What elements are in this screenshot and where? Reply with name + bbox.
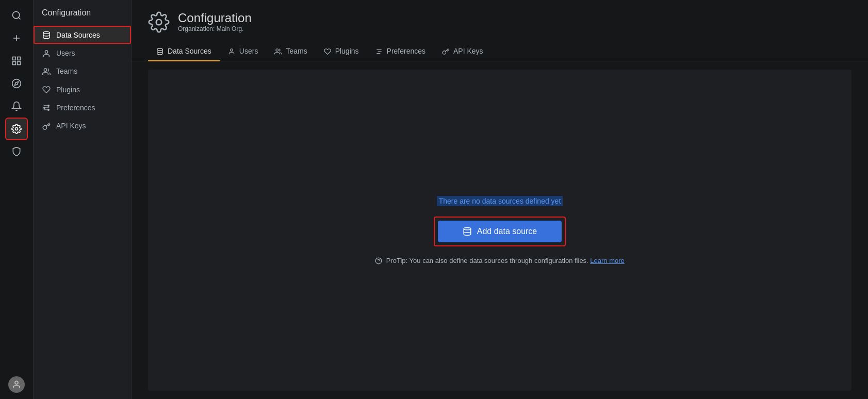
page-title: Configuration [178,11,252,25]
tab-users[interactable]: Users [220,41,267,61]
svg-point-12 [43,32,50,34]
tab-teams[interactable]: Teams [266,41,315,61]
tab-data-sources-icon [156,46,163,55]
tab-teams-label: Teams [286,47,307,55]
sidebar-item-label: API Keys [56,122,86,130]
tab-preferences[interactable]: Preferences [367,41,434,61]
add-data-source-button[interactable]: Add data source [438,221,562,242]
users-sidebar-icon [42,48,51,57]
page-subtitle: Organization: Main Org. [178,25,252,32]
svg-point-22 [157,48,163,51]
svg-rect-5 [18,57,21,60]
svg-point-0 [13,12,20,19]
protip-text: ProTip: You can also define data sources… [386,257,588,264]
sidebar-item-api-keys[interactable]: API Keys [34,117,131,135]
add-data-source-label: Add data source [477,227,537,236]
plugins-sidebar-icon [42,85,51,94]
sidebar-item-label: Teams [56,67,77,75]
tab-api-keys[interactable]: API Keys [434,41,492,61]
svg-rect-7 [18,62,21,65]
search-nav-icon[interactable] [6,5,27,26]
tab-users-icon [228,46,235,55]
svg-rect-4 [13,57,16,60]
tab-preferences-label: Preferences [387,47,425,55]
sidebar-item-label: Plugins [56,86,80,94]
sidebar-item-users[interactable]: Users [34,44,131,62]
user-avatar[interactable] [8,376,25,393]
svg-rect-6 [13,62,16,65]
tab-plugins-label: Plugins [335,47,359,55]
expanded-sidebar: Configuration Data Sources Users [34,0,132,399]
tab-data-sources-label: Data Sources [168,47,211,55]
tab-teams-icon [274,46,282,55]
svg-point-28 [464,227,471,230]
svg-point-10 [15,128,18,130]
add-nav-icon[interactable] [6,28,27,48]
svg-point-20 [48,105,50,107]
learn-more-link[interactable]: Learn more [590,257,624,264]
api-keys-sidebar-icon [42,121,51,130]
page-header: Configuration Organization: Main Org. [132,0,868,41]
tab-api-keys-label: API Keys [453,47,483,55]
svg-point-24 [276,49,279,52]
tab-api-keys-icon [442,46,449,55]
main-content: Configuration Organization: Main Org. Da… [132,0,868,399]
tab-preferences-icon [375,46,383,55]
sidebar-item-plugins[interactable]: Plugins [34,80,131,98]
tab-data-sources[interactable]: Data Sources [148,41,220,61]
preferences-sidebar-icon [42,103,51,112]
data-sources-sidebar-icon [42,30,51,39]
add-button-wrapper: Add data source [434,217,566,246]
alerting-nav-icon[interactable] [6,96,27,117]
svg-point-8 [12,79,21,88]
sidebar-title: Configuration [34,8,131,26]
protip-container: ProTip: You can also define data sources… [375,257,625,265]
no-data-message: There are no data sources defined yet [437,196,563,206]
header-text: Configuration Organization: Main Org. [178,11,252,32]
icon-sidebar [0,0,34,399]
svg-point-13 [45,51,47,53]
teams-sidebar-icon [42,67,51,76]
svg-point-19 [48,109,50,111]
svg-point-23 [230,49,233,52]
sidebar-item-preferences[interactable]: Preferences [34,98,131,117]
svg-point-18 [44,107,45,109]
tab-users-label: Users [239,47,258,55]
tab-plugins-icon [324,46,331,55]
svg-marker-9 [14,81,18,85]
svg-point-21 [156,20,162,25]
explore-nav-icon[interactable] [6,73,27,94]
content-area: There are no data sources defined yet Ad… [148,70,851,391]
sidebar-item-teams[interactable]: Teams [34,62,131,80]
sidebar-item-label: Preferences [56,104,95,112]
sidebar-item-label: Users [56,49,75,57]
dashboards-nav-icon[interactable] [6,51,27,71]
sidebar-item-data-sources[interactable]: Data Sources [34,26,131,44]
tab-navigation: Data Sources Users Teams [132,41,868,61]
shield-nav-icon[interactable] [6,141,27,162]
tab-plugins[interactable]: Plugins [316,41,367,61]
svg-point-14 [44,69,46,71]
svg-line-1 [19,18,21,20]
sidebar-item-label: Data Sources [56,31,100,39]
svg-point-11 [15,381,18,384]
configuration-nav-icon[interactable] [6,119,27,139]
configuration-header-icon [148,10,170,33]
